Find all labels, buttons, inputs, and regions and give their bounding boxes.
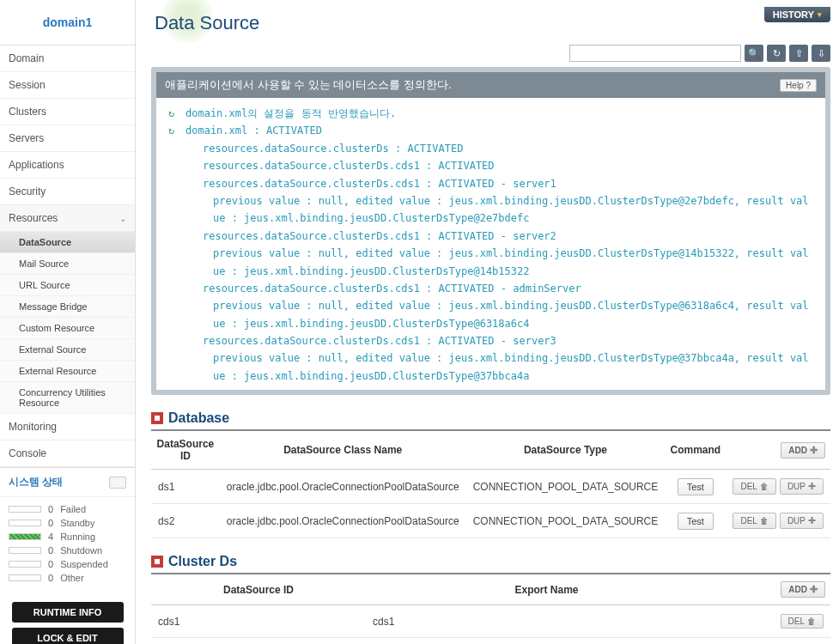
message-panel: 애플리케이션에서 사용할 수 있는 데이터소스를 정의한다. Help ? ↻d… [151, 67, 830, 395]
refresh-icon: ↻ [168, 105, 180, 122]
plus-icon: ✚ [808, 481, 816, 492]
db-col-class: DataSource Class Name [220, 431, 466, 470]
message-text: resources.dataSource.clusterDs.cds1 : AC… [185, 228, 813, 245]
status-toggle-icon[interactable] [109, 477, 126, 489]
message-text: resources.dataSource.clusterDs : ACTIVAT… [185, 140, 813, 157]
test-button[interactable]: Test [678, 513, 714, 530]
dup-button[interactable]: DUP ✚ [780, 513, 824, 529]
lock-edit-button[interactable]: LOCK & EDIT [12, 628, 124, 644]
table-row: cds1cds1DEL 🗑 [151, 605, 830, 638]
message-line: resources.dataSource.clusterDs.cds1 : AC… [168, 332, 813, 349]
del-button[interactable]: DEL 🗑 [733, 478, 775, 495]
search-input[interactable] [569, 45, 741, 62]
del-button[interactable]: DEL 🗑 [733, 513, 775, 529]
message-line: previous value : null, edited value : je… [168, 192, 813, 228]
domain-name: domain1 [0, 0, 135, 46]
message-line: previous value : null, edited value : je… [168, 297, 813, 332]
clusterds-table: DataSource ID Export Name ADD✚ cds1cds1D… [151, 574, 830, 638]
table-row: ds1oracle.jdbc.pool.OracleConnectionPool… [151, 470, 830, 504]
message-line: ↻domain.xml : ACTIVATED [168, 122, 813, 139]
nav-console[interactable]: Console [0, 440, 135, 467]
nav-applications[interactable]: Applications [0, 152, 135, 179]
refresh-icon [168, 332, 180, 349]
add-button[interactable]: ADD✚ [781, 442, 825, 459]
resources-submenu: DataSource Mail Source URL Source Messag… [0, 232, 135, 414]
subnav-messagebridge[interactable]: Message Bridge [0, 296, 135, 318]
nav-servers[interactable]: Servers [0, 125, 135, 152]
message-text: domain.xml : ACTIVATED [185, 122, 813, 139]
cell-class: oracle.jdbc.pool.OracleConnectionPoolDat… [220, 504, 466, 538]
nav-domain[interactable]: Domain [0, 46, 135, 72]
cell-id: ds2 [151, 504, 220, 538]
db-col-id: DataSource ID [151, 431, 220, 470]
db-col-actions: ADD✚ [726, 431, 830, 470]
history-button[interactable]: HISTORY ▾ [764, 7, 830, 22]
message-text: previous value : null, edited value : je… [185, 245, 813, 280]
message-line: previous value : null, edited value : je… [168, 245, 813, 280]
status-running: 4Running [9, 530, 126, 544]
cell-id: cds1 [151, 605, 366, 638]
nav-resources[interactable]: Resources ⌄ [0, 205, 135, 232]
database-table: DataSource ID DataSource Class Name Data… [151, 431, 830, 538]
status-shutdown: 0Shutdown [9, 544, 126, 557]
main-content: Data Source HISTORY ▾ 🔍 ↻ ⇧ ⇩ 애플리케이션에서 사… [136, 0, 839, 644]
subnav-externalresource[interactable]: External Resource [0, 361, 135, 382]
message-line: resources.dataSource.clusterDs : ACTIVAT… [168, 140, 813, 157]
nav-monitoring[interactable]: Monitoring [0, 414, 135, 440]
refresh-icon [168, 349, 180, 385]
subnav-customresource[interactable]: Custom Resource [0, 318, 135, 339]
cds-col-id: DataSource ID [151, 574, 366, 605]
section-icon [151, 412, 163, 424]
cell-export: cds1 [366, 605, 727, 638]
refresh-icon [168, 192, 180, 228]
subnav-externalsource[interactable]: External Source [0, 339, 135, 361]
cell-command: Test [665, 470, 726, 504]
clusterds-section: Cluster Ds DataSource ID Export Name ADD… [151, 554, 830, 638]
test-button[interactable]: Test [678, 478, 714, 495]
message-body: ↻domain.xml의 설정을 동적 반영했습니다.↻domain.xml :… [156, 98, 825, 390]
status-suspended: 0Suspended [9, 557, 126, 571]
del-button[interactable]: DEL 🗑 [781, 614, 824, 629]
chevron-down-icon: ⌄ [119, 214, 126, 223]
database-section: Database DataSource ID DataSource Class … [151, 410, 830, 538]
subnav-concurrency[interactable]: Concurrency Utilities Resource [0, 382, 135, 414]
export-icon[interactable]: ⇧ [789, 45, 808, 62]
cell-type: CONNECTION_POOL_DATA_SOURCE [466, 504, 666, 538]
plus-icon: ✚ [808, 515, 816, 526]
message-line: resources.dataSource.clusterDs.cds1 : AC… [168, 175, 813, 192]
message-text: previous value : null, edited value : je… [185, 192, 813, 228]
status-other: 0Other [9, 571, 126, 585]
message-line: previous value : null, edited value : je… [168, 349, 813, 385]
help-button[interactable]: Help ? [780, 79, 817, 92]
db-col-type: DataSource Type [466, 431, 666, 470]
delete-icon: 🗑 [807, 617, 816, 626]
status-standby: 0Standby [9, 516, 126, 530]
cell-actions: DEL 🗑DUP ✚ [726, 470, 830, 504]
cell-class: oracle.jdbc.pool.OracleConnectionPoolDat… [220, 470, 466, 504]
message-line: resources.dataSource.clusterDs.cds1 : AC… [168, 228, 813, 245]
subnav-mailsource[interactable]: Mail Source [0, 253, 135, 275]
cds-col-export: Export Name [366, 574, 727, 605]
refresh-icon: ↻ [168, 122, 180, 139]
clusterds-title: Cluster Ds [151, 554, 830, 574]
nav-security[interactable]: Security [0, 179, 135, 205]
nav-resources-label: Resources [9, 212, 58, 224]
dup-button[interactable]: DUP ✚ [780, 478, 824, 495]
refresh-icon[interactable]: ↻ [767, 45, 786, 62]
database-title: Database [151, 410, 830, 431]
search-icon[interactable]: 🔍 [745, 45, 763, 62]
message-text: resources.dataSource.clusterDs.cds1 : AC… [185, 332, 813, 349]
add-button[interactable]: ADD✚ [781, 581, 825, 598]
nav-clusters[interactable]: Clusters [0, 99, 135, 125]
nav-session[interactable]: Session [0, 72, 135, 99]
panel-header: 애플리케이션에서 사용할 수 있는 데이터소스를 정의한다. Help ? [156, 72, 825, 98]
delete-icon: 🗑 [760, 516, 769, 526]
section-icon [151, 556, 163, 568]
panel-description: 애플리케이션에서 사용할 수 있는 데이터소스를 정의한다. [165, 77, 452, 93]
subnav-urlsource[interactable]: URL Source [0, 275, 135, 296]
import-icon[interactable]: ⇩ [812, 45, 830, 62]
refresh-icon [168, 280, 180, 297]
runtime-info-button[interactable]: RUNTIME INFO [12, 602, 124, 623]
subnav-datasource[interactable]: DataSource [0, 232, 135, 253]
toolbar: 🔍 ↻ ⇧ ⇩ [151, 45, 830, 62]
